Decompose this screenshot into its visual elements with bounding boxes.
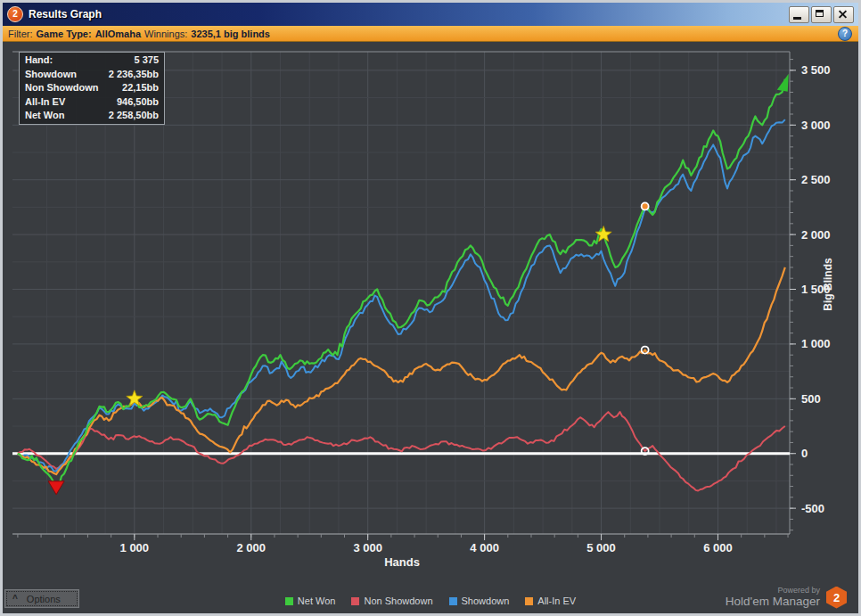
hm2-app-icon: 2 [7, 6, 23, 22]
minimize-icon [793, 17, 801, 20]
x-tick-label: 3 000 [353, 541, 382, 554]
powered-by-block: Powered by Hold'em Manager 2 [726, 586, 847, 609]
maximize-icon [816, 10, 824, 17]
legend-label: All-In EV [537, 595, 576, 606]
y-tick-label: 3 000 [801, 119, 831, 132]
x-tick-label: 1 000 [120, 541, 150, 554]
x-tick-label: 6 000 [703, 541, 733, 554]
y-tick-label: 2 500 [801, 173, 831, 186]
y-axis-title: Big Blinds [822, 258, 834, 311]
brand-name: Hold'em Manager [726, 595, 820, 609]
title-bar[interactable]: 2 Results Graph [3, 3, 858, 26]
legend-item-non-showdown[interactable]: Non Showdown [351, 595, 432, 606]
tooltip-value: 22,15bb [122, 81, 159, 95]
x-axis-title: Hands [384, 555, 420, 569]
tooltip-row: All-In EV946,50bb [20, 95, 164, 110]
legend-swatch [525, 597, 533, 605]
results-chart[interactable]: 1 0002 0003 0004 0005 0006 0003 5003 000… [3, 42, 858, 614]
legend-item-net-won[interactable]: Net Won [285, 595, 336, 606]
filter-winnings-value: 3235,1 big blinds [191, 29, 270, 39]
chart-area: 1 0002 0003 0004 0005 0006 0003 5003 000… [3, 42, 858, 613]
tooltip-row: Non Showdown22,15bb [20, 81, 164, 95]
ring-marker-icon [642, 202, 649, 209]
tooltip-row: Hand:5 375 [20, 53, 164, 68]
filter-bar: Filter: Game Type: AllOmaha Winnings: 32… [3, 26, 858, 42]
x-tick-label: 5 000 [586, 541, 616, 554]
legend-item-showdown[interactable]: Showdown [449, 595, 510, 606]
minimize-button[interactable] [789, 6, 809, 23]
filter-game-type-value: AllOmaha [95, 29, 141, 39]
legend-label: Net Won [298, 595, 336, 606]
results-graph-window: 2 Results Graph Filter: Game Type: AllOm… [0, 0, 861, 616]
y-tick-label: 1 000 [801, 337, 831, 350]
hand-info-box: Hand:5 375Showdown2 236,35bbNon Showdown… [19, 52, 165, 125]
legend-label: Non Showdown [364, 595, 432, 606]
filter-game-type-label: Game Type: [37, 29, 92, 39]
tooltip-row: Showdown2 236,35bb [20, 68, 164, 82]
maximize-button[interactable] [811, 6, 832, 23]
tooltip-label: Showdown [25, 68, 77, 82]
tooltip-value: 946,50bb [117, 95, 159, 110]
y-tick-label: 2 000 [801, 228, 831, 242]
tooltip-value: 2 236,35bb [109, 68, 159, 82]
legend-label: Showdown [462, 595, 510, 606]
x-tick-label: 4 000 [470, 541, 499, 554]
help-icon[interactable]: ? [838, 27, 852, 41]
y-tick-label: 3 500 [801, 63, 831, 77]
tooltip-label: Hand: [25, 53, 53, 68]
tooltip-value: 2 258,50bb [109, 109, 159, 123]
window-title: Results Graph [29, 8, 787, 21]
hm2-badge-icon: 2 [826, 587, 847, 609]
tooltip-label: Net Won [25, 109, 64, 123]
x-tick-label: 2 000 [236, 541, 266, 554]
tooltip-label: Non Showdown [25, 81, 98, 95]
tooltip-value: 5 375 [134, 53, 159, 68]
filter-prefix: Filter: [8, 29, 33, 39]
close-button[interactable] [833, 6, 854, 23]
legend-swatch [285, 597, 293, 605]
legend-swatch [351, 597, 359, 605]
legend-swatch [449, 597, 457, 605]
close-icon [834, 7, 853, 22]
tooltip-row: Net Won2 258,50bb [20, 109, 164, 123]
y-tick-label: -500 [801, 502, 824, 515]
powered-by-text: Powered by [726, 586, 820, 595]
filter-winnings-label: Winnings: [144, 29, 187, 39]
y-tick-label: 500 [801, 392, 821, 406]
legend-item-all-in-ev[interactable]: All-In EV [525, 595, 576, 606]
tooltip-label: All-In EV [25, 95, 65, 110]
y-tick-label: 0 [801, 447, 808, 460]
